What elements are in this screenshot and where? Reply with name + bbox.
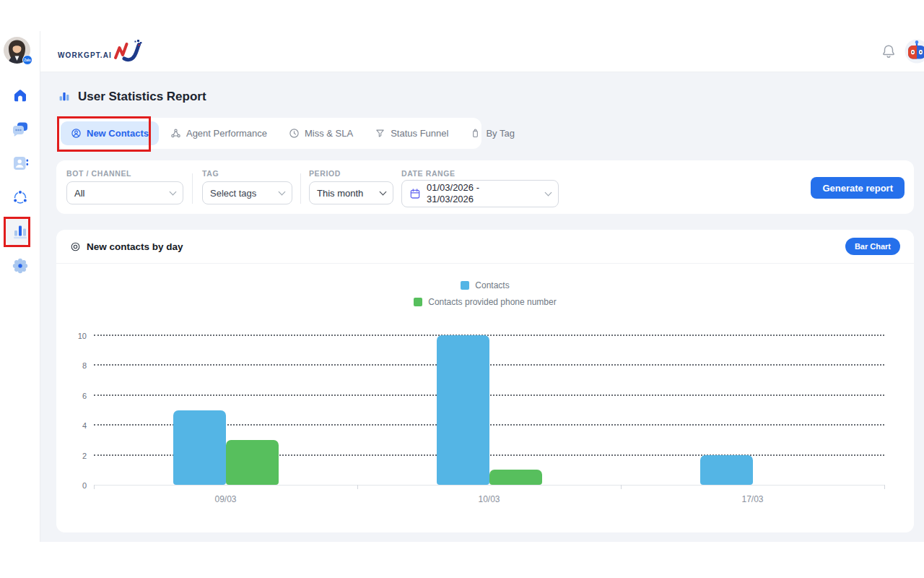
legend-swatch-green [414, 298, 422, 306]
x-axis-tick [884, 485, 885, 489]
gridline [94, 335, 884, 336]
bell-icon[interactable] [881, 43, 897, 59]
bot-channel-value: All [74, 188, 84, 199]
period-select[interactable]: This month [309, 181, 393, 204]
bar-contacts [437, 335, 489, 485]
tab-by-tag[interactable]: By Tag [460, 121, 525, 145]
tab-label: New Contacts [87, 128, 149, 139]
x-axis-tick [94, 485, 95, 489]
y-axis-tick-label: 8 [62, 361, 87, 370]
x-axis-category-label: 10/03 [457, 494, 522, 504]
funnel-icon [375, 128, 385, 139]
page-title-row: User Statistics Report [58, 90, 206, 104]
tab-miss-sla[interactable]: Miss & SLA [279, 121, 363, 145]
chart-legend: Contacts Contacts provided phone number [56, 280, 914, 307]
workgpt-logo[interactable]: WORKGPT.AI [58, 38, 142, 64]
topbar: WORKGPT.AI [40, 31, 924, 72]
report-tabs: New Contacts Agent Performance Miss & SL… [56, 118, 481, 149]
chevron-down-icon [380, 188, 387, 195]
chart-card: New contacts by day Bar Chart Contacts C… [56, 230, 914, 532]
filter-divider [192, 173, 193, 204]
period-label: PERIOD [309, 169, 341, 178]
legend-swatch-blue [461, 281, 469, 290]
x-axis-category-label: 17/03 [720, 494, 785, 504]
target-icon [70, 241, 81, 252]
tab-label: By Tag [486, 128, 515, 139]
x-axis-tick [621, 485, 622, 489]
x-axis-category-label: 09/03 [193, 494, 258, 504]
chat-icon[interactable] [12, 121, 29, 138]
contacts-book-icon[interactable] [12, 155, 29, 172]
bot-avatar[interactable] [905, 39, 924, 64]
chevron-down-icon [170, 188, 177, 195]
x-axis-tick [357, 485, 358, 489]
page-title: User Statistics Report [78, 90, 206, 104]
chart-title: New contacts by day [87, 241, 183, 252]
clock-icon [289, 128, 300, 139]
report-chart-icon [58, 90, 71, 103]
y-axis-tick-label: 0 [62, 481, 87, 490]
period-value: This month [317, 188, 363, 199]
person-circle-icon [71, 128, 82, 139]
tag-icon [470, 128, 481, 139]
gear-icon[interactable] [12, 257, 29, 275]
legend-label: Contacts [475, 280, 509, 290]
tab-status-funnel[interactable]: Status Funnel [365, 121, 458, 145]
bot-channel-label: BOT / CHANNEL [66, 169, 131, 178]
date-range-value: 01/03/2026 - 31/03/2026 [427, 182, 479, 206]
bar-contacts-phone [489, 470, 542, 485]
legend-item-contacts[interactable]: Contacts [461, 280, 509, 290]
calendar-icon [409, 188, 421, 199]
y-axis-tick-label: 2 [62, 452, 87, 460]
share-network-icon[interactable] [12, 189, 29, 206]
filter-card: BOT / CHANNEL All TAG Select tags PERIOD… [56, 160, 914, 214]
tab-new-contacts[interactable]: New Contacts [61, 121, 159, 145]
home-icon[interactable] [12, 87, 29, 104]
chevron-down-icon [279, 188, 286, 195]
logo-text: WORKGPT.AI [58, 51, 112, 64]
chevron-down-icon [545, 189, 552, 196]
y-axis-tick-label: 10 [62, 332, 87, 340]
tag-select[interactable]: Select tags [202, 181, 292, 204]
logo-swoosh-icon [113, 38, 142, 64]
tab-label: Status Funnel [391, 128, 448, 139]
tag-label: TAG [202, 169, 219, 178]
bar-chart-view-button[interactable]: Bar Chart [845, 238, 900, 255]
generate-report-button[interactable]: Generate report [811, 177, 905, 199]
gridline [94, 364, 884, 366]
user-avatar[interactable]: Zalo [4, 37, 30, 64]
legend-label: Contacts provided phone number [428, 297, 556, 307]
zalo-badge: Zalo [22, 55, 32, 65]
bar-contacts-phone [226, 440, 279, 485]
gridline [94, 394, 884, 396]
chart-card-header: New contacts by day Bar Chart [56, 230, 914, 264]
sidebar: Zalo [0, 31, 40, 542]
tab-agent-performance[interactable]: Agent Performance [160, 121, 277, 145]
main-content: User Statistics Report New Contacts Agen… [40, 72, 924, 542]
bar-chart-icon[interactable] [12, 223, 29, 240]
tab-label: Miss & SLA [305, 128, 353, 139]
legend-item-contacts-phone[interactable]: Contacts provided phone number [414, 297, 556, 307]
tab-label: Agent Performance [186, 128, 267, 139]
bar-contacts [700, 455, 753, 485]
date-range-picker[interactable]: 01/03/2026 - 31/03/2026 [401, 180, 559, 207]
agents-icon [170, 128, 181, 139]
plot-area: 024681009/0310/0317/03 [94, 336, 884, 486]
y-axis-tick-label: 4 [62, 421, 87, 430]
bar-contacts [173, 410, 226, 486]
filter-divider [300, 173, 301, 204]
bot-channel-select[interactable]: All [66, 181, 183, 204]
date-range-label: DATE RANGE [401, 169, 456, 178]
tag-value: Select tags [210, 188, 256, 199]
y-axis-tick-label: 6 [62, 392, 87, 400]
